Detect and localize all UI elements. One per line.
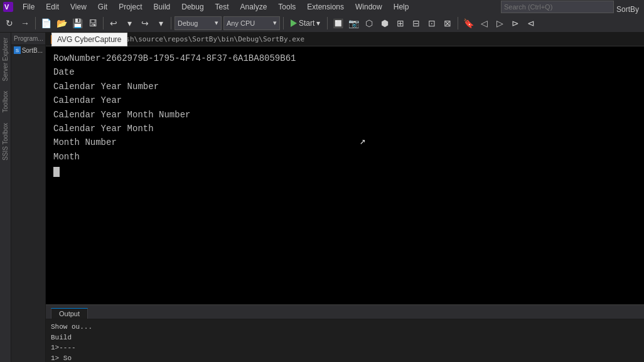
console-line-7: Month	[53, 150, 636, 164]
tab-output[interactable]: Output	[51, 308, 88, 319]
sidebar-toolbox[interactable]: Toolbox	[1, 86, 10, 117]
toolbar-btn-g[interactable]: ⊡	[425, 16, 439, 30]
sep6	[458, 17, 458, 29]
mouse-cursor: ↗	[360, 134, 366, 151]
solution-panel: Program... S SortB...	[11, 33, 46, 362]
svg-text:V: V	[4, 3, 9, 11]
toolbar-btn-b[interactable]: 📷	[346, 16, 360, 30]
sidebar-ssis-toolbox[interactable]: SSIS Toolbox	[1, 118, 10, 166]
right-area: ► C:\Users\Antriksh\source\repos\SortBy\…	[46, 33, 644, 362]
menu-edit[interactable]: Edit	[41, 1, 64, 13]
toolbar-btn-d[interactable]: ⬢	[378, 16, 392, 30]
left-sidebar: Server Explorer Toolbox SSIS Toolbox	[0, 33, 11, 362]
console-line-3: Calendar Year	[53, 93, 636, 107]
console-line-4: Calendar Year Month Number	[53, 108, 636, 122]
debug-dropdown[interactable]: Debug ▾	[174, 16, 222, 30]
toolbar-btn-c[interactable]: ⬡	[362, 16, 376, 30]
menu-window[interactable]: Window	[350, 1, 387, 13]
solution-item[interactable]: S SortB...	[11, 45, 45, 55]
title-bar: V File Edit View Git Project Build Debug…	[0, 0, 644, 14]
console-titlebar: ► C:\Users\Antriksh\source\repos\SortBy\…	[46, 33, 644, 46]
output-tabs: Output	[46, 306, 644, 319]
console-content: RowNumber-2662979B-1795-4F74-8F37-6A1BA8…	[46, 46, 644, 304]
output-line-0: Build	[51, 333, 639, 343]
redo-button[interactable]: ↪	[138, 16, 152, 30]
open-button[interactable]: 📂	[55, 16, 68, 30]
play-icon	[291, 19, 297, 27]
menu-help[interactable]: Help	[389, 1, 414, 13]
toolbar-btn-e[interactable]: ⊞	[394, 16, 407, 30]
vs-icon: V	[3, 2, 13, 12]
output-content: Show ou... Build 1>---- 1> So |	[46, 319, 644, 362]
main-layout: Server Explorer Toolbox SSIS Toolbox Pro…	[0, 33, 644, 362]
start-button[interactable]: Start ▾	[287, 16, 324, 30]
solution-item-label: SortB...	[22, 47, 43, 54]
save-button[interactable]: 💾	[70, 16, 84, 30]
menu-extensions[interactable]: Extensions	[302, 1, 349, 13]
sep1	[35, 17, 36, 29]
console-line-0: RowNumber-2662979B-1795-4F74-8F37-6A1BA8…	[53, 51, 636, 65]
sep4	[283, 17, 284, 29]
menu-git[interactable]: Git	[93, 1, 112, 13]
search-input[interactable]	[501, 1, 614, 13]
toolbar: ↻ → 📄 📂 💾 🖫 ↩ ▾ ↪ ▾ Debug ▾ Any CPU ▾ St…	[0, 14, 644, 33]
solution-icon: S	[14, 46, 21, 54]
console-line-1: Date	[53, 65, 636, 79]
save-all-button[interactable]: 🖫	[86, 16, 100, 30]
sortby-button[interactable]: SortBy	[616, 5, 639, 14]
toolbar-btn-k[interactable]: ⊳	[508, 16, 522, 30]
avg-tooltip: AVG CyberCapture	[51, 33, 127, 46]
forward-button[interactable]: →	[18, 16, 32, 30]
output-line-1: 1>----	[51, 343, 639, 353]
console-line-2: Calendar Year Number	[53, 80, 636, 93]
solution-header: Program...	[11, 33, 45, 45]
toolbar-btn-a[interactable]: 🔲	[331, 16, 345, 30]
undo-dropdown[interactable]: ▾	[122, 16, 136, 30]
menu-tools[interactable]: Tools	[273, 1, 301, 13]
sidebar-server-explorer[interactable]: Server Explorer	[1, 33, 10, 86]
new-project-button[interactable]: 📄	[39, 16, 53, 30]
console-area: ► C:\Users\Antriksh\source\repos\SortBy\…	[46, 33, 644, 304]
toolbar-btn-l[interactable]: ⊲	[524, 16, 538, 30]
menu-view[interactable]: View	[65, 1, 92, 13]
menu-test[interactable]: Test	[210, 1, 234, 13]
menu-file[interactable]: File	[18, 1, 40, 13]
menu-bar: File Edit View Git Project Build Debug T…	[15, 0, 501, 14]
cpu-dropdown[interactable]: Any CPU ▾	[223, 16, 280, 30]
console-cursor-line	[53, 165, 636, 179]
menu-build[interactable]: Build	[149, 1, 176, 13]
output-show: Show ou...	[51, 322, 639, 333]
toolbar-btn-i[interactable]: ◁	[477, 16, 491, 30]
cursor-block	[53, 167, 60, 177]
toolbar-btn-f[interactable]: ⊟	[409, 16, 423, 30]
redo-dropdown[interactable]: ▾	[154, 16, 168, 30]
menu-debug[interactable]: Debug	[176, 1, 208, 13]
output-line-2: 1> So	[51, 353, 639, 363]
bookmark-button[interactable]: 🔖	[461, 16, 475, 30]
back-button[interactable]: ↻	[3, 16, 16, 30]
sep5	[327, 17, 328, 29]
undo-button[interactable]: ↩	[107, 16, 121, 30]
menu-project[interactable]: Project	[114, 1, 147, 13]
console-line-6: Month Number	[53, 136, 636, 149]
console-line-5: Calendar Year Month	[53, 122, 636, 136]
sep2	[103, 17, 104, 29]
menu-analyze[interactable]: Analyze	[235, 1, 272, 13]
sep3	[171, 17, 171, 29]
output-panel: Output Show ou... Build 1>---- 1> So |	[46, 304, 644, 362]
toolbar-btn-j[interactable]: ▷	[493, 16, 507, 30]
toolbar-btn-h[interactable]: ⊠	[441, 16, 454, 30]
